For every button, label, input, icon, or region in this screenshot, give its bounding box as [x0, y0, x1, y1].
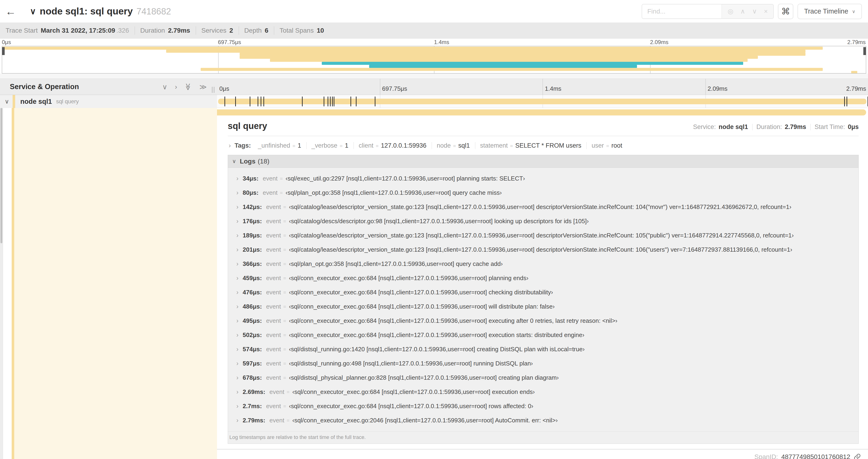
- detail-span-bar[interactable]: [217, 109, 866, 116]
- log-chevron-right-icon: ›: [236, 346, 239, 353]
- minimap-left-drag-handle[interactable]: [2, 47, 5, 55]
- log-field-name: event: [263, 189, 278, 196]
- log-row[interactable]: ›2.69ms:event=‹sql/conn_executor_exec.go…: [233, 385, 853, 399]
- log-row[interactable]: ›80μs:event=‹sql/plan_opt.go:358 [nsql1,…: [233, 186, 853, 200]
- logs-header[interactable]: ∨ Logs (18): [228, 155, 859, 168]
- log-equals: =: [286, 418, 289, 423]
- log-row[interactable]: ›142μs:event=‹sql/catalog/lease/descript…: [233, 200, 853, 214]
- tag-item[interactable]: statement=SELECT * FROM users: [475, 142, 587, 149]
- clear-search-icon[interactable]: ×: [764, 8, 768, 15]
- log-row[interactable]: ›486μs:event=‹sql/conn_executor_exec.go:…: [233, 299, 853, 314]
- tag-item[interactable]: _verbose=1: [306, 142, 353, 149]
- log-row[interactable]: ›495μs:event=‹sql/conn_executor_exec.go:…: [233, 314, 853, 328]
- minimap-span-bar: [270, 59, 748, 62]
- log-marker-tick: [224, 97, 225, 106]
- trace-title-chevron-down-icon[interactable]: ∨: [30, 6, 36, 16]
- tag-item[interactable]: user=root: [586, 142, 627, 149]
- log-row[interactable]: ›176μs:event=‹sql/catalog/descs/descript…: [233, 214, 853, 228]
- command-icon: ⌘: [781, 6, 790, 17]
- collapse-all-double-chevron-down-icon[interactable]: ≫: [184, 83, 192, 90]
- log-equals: =: [280, 176, 283, 182]
- log-row[interactable]: ›574μs:event=‹sql/distsql_running.go:142…: [233, 342, 853, 356]
- prev-match-icon[interactable]: ∧: [740, 7, 745, 15]
- locate-icon[interactable]: ◎: [727, 7, 733, 15]
- log-row[interactable]: ›502μs:event=‹sql/conn_executor_exec.go:…: [233, 328, 853, 342]
- detail-duration: Duration: 2.79ms: [752, 123, 810, 131]
- log-field-name: event: [266, 218, 281, 225]
- log-chevron-right-icon: ›: [236, 289, 239, 296]
- log-row[interactable]: ›366μs:event=‹sql/plan_opt.go:358 [nsql1…: [233, 257, 853, 271]
- log-row[interactable]: ›678μs:event=‹sql/distsql_physical_plann…: [233, 371, 853, 385]
- log-event-value: ‹sql/conn_executor_exec.go:684 [nsql1,cl…: [292, 388, 535, 396]
- tag-item[interactable]: _unfinished=1: [253, 142, 306, 149]
- log-marker-tick: [332, 97, 333, 106]
- log-row[interactable]: ›34μs:event=‹sql/exec_util.go:2297 [nsql…: [233, 171, 853, 186]
- log-chevron-right-icon: ›: [236, 246, 239, 253]
- log-field-name: event: [266, 360, 281, 367]
- trace-view-dropdown[interactable]: Trace Timeline ∨: [798, 4, 862, 19]
- ruler-tick-label: 0μs: [217, 85, 229, 92]
- chevron-down-icon: ∨: [852, 9, 856, 14]
- log-chevron-right-icon: ›: [236, 274, 239, 282]
- tag-key: client: [359, 142, 373, 149]
- column-resize-grip[interactable]: [212, 87, 214, 93]
- log-timestamp: 201μs:: [243, 246, 262, 253]
- minimap-tick-labels: 0μs697.75μs1.4ms2.09ms2.79ms: [2, 38, 866, 46]
- tag-item[interactable]: client=127.0.0.1:59936: [353, 142, 431, 149]
- find-input[interactable]: [642, 4, 721, 19]
- stat-value: March 31 2022, 17:25:09: [40, 27, 115, 34]
- span-row-timeline[interactable]: [217, 95, 868, 108]
- tags-accordion[interactable]: › Tags: _unfinished=1_verbose=1client=12…: [228, 136, 859, 155]
- minimap-right-drag-handle[interactable]: [863, 47, 866, 55]
- collapse-one-chevron-down-icon[interactable]: ∨: [162, 83, 167, 91]
- log-timestamp: 495μs:: [243, 317, 262, 324]
- minimap-canvas[interactable]: [2, 46, 866, 73]
- span-duration-bar[interactable]: [218, 99, 866, 104]
- detail-header[interactable]: sql query Service: node sql1 Duration: 2…: [228, 121, 859, 136]
- log-event-value: ‹sql/conn_executor_exec.go:684 [nsql1,cl…: [289, 303, 555, 310]
- detail-service: Service: node sql1: [689, 123, 752, 131]
- detail-start-time: Start Time: 0μs: [810, 123, 859, 131]
- log-timestamp: 502μs:: [243, 331, 262, 339]
- expand-one-chevron-right-icon[interactable]: ›: [175, 83, 177, 91]
- log-field-name: event: [270, 388, 284, 396]
- log-row[interactable]: ›2.7ms:event=‹sql/conn_executor_exec.go:…: [233, 399, 853, 413]
- log-timestamp: 2.7ms:: [243, 402, 262, 410]
- log-field-name: event: [270, 417, 284, 424]
- log-chevron-right-icon: ›: [236, 402, 239, 410]
- log-event-value: ‹sql/conn_executor_exec.go:684 [nsql1,cl…: [289, 331, 584, 339]
- log-row[interactable]: ›2.79ms:event=‹sql/conn_executor_exec.go…: [233, 413, 853, 428]
- keyboard-shortcuts-button[interactable]: ⌘: [778, 4, 793, 19]
- log-marker-tick: [846, 97, 847, 106]
- left-scroll-rail[interactable]: [0, 108, 3, 459]
- log-row[interactable]: ›476μs:event=‹sql/conn_executor_exec.go:…: [233, 285, 853, 299]
- log-row[interactable]: ›459μs:event=‹sql/conn_executor_exec.go:…: [233, 271, 853, 285]
- tag-item[interactable]: node=sql1: [432, 142, 475, 149]
- trace-view-label: Trace Timeline: [804, 7, 848, 15]
- log-equals: =: [283, 204, 286, 210]
- detail-header-info: Service: node sql1 Duration: 2.79ms Star…: [689, 123, 859, 131]
- left-scroll-thumb[interactable]: [0, 108, 2, 243]
- stat-depth: Depth 6: [239, 27, 274, 34]
- log-row[interactable]: ›201μs:event=‹sql/catalog/lease/descript…: [233, 242, 853, 257]
- log-event-value: ‹sql/conn_executor_exec.go:684 [nsql1,cl…: [289, 289, 553, 296]
- log-field-name: event: [266, 246, 281, 253]
- detail-left-column: [0, 108, 217, 459]
- span-row[interactable]: ∨ node sql1 sql query: [0, 95, 868, 108]
- page-title: node sql1: sql query 7418682: [40, 6, 171, 17]
- deep-link-icon[interactable]: [854, 453, 861, 459]
- log-row[interactable]: ›597μs:event=‹sql/distsql_running.go:498…: [233, 356, 853, 371]
- expand-all-double-chevron-right-icon[interactable]: ≫: [199, 83, 207, 91]
- log-timestamp: 486μs:: [243, 303, 262, 310]
- span-collapse-chevron-down-icon[interactable]: ∨: [5, 98, 9, 105]
- back-button[interactable]: ←: [0, 0, 22, 23]
- ruler-tick-label: 1.4ms: [542, 85, 561, 92]
- logs-accordion: ∨ Logs (18) ›34μs:event=‹sql/exec_util.g…: [228, 155, 859, 444]
- log-marker-tick: [334, 97, 334, 106]
- next-match-icon[interactable]: ∨: [752, 7, 757, 15]
- log-timestamp: 476μs:: [243, 289, 262, 296]
- log-chevron-right-icon: ›: [236, 317, 239, 324]
- log-row[interactable]: ›189μs:event=‹sql/catalog/lease/descript…: [233, 228, 853, 242]
- minimap-span-bar: [240, 56, 758, 59]
- ruler-gridline: [705, 79, 706, 95]
